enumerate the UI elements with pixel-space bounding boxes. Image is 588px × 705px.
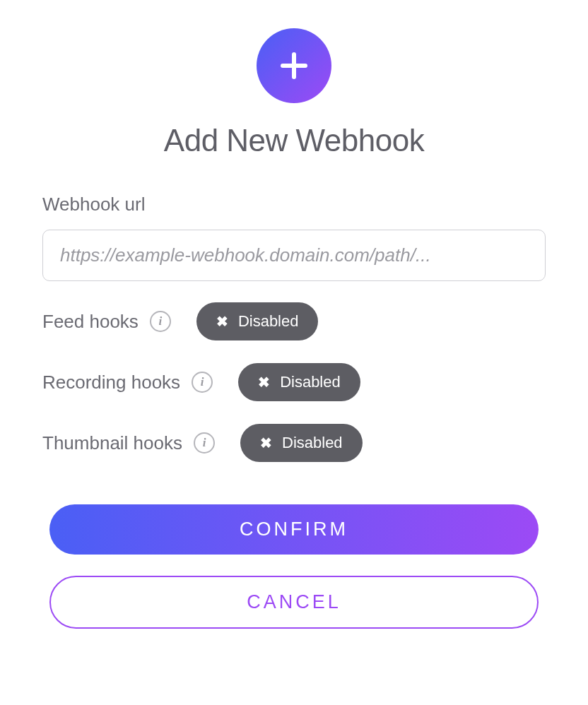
thumbnail-hooks-status: Disabled	[282, 434, 343, 452]
x-icon: ✖	[260, 436, 272, 450]
confirm-button[interactable]: CONFIRM	[49, 504, 539, 555]
thumbnail-hooks-toggle[interactable]: ✖ Disabled	[240, 424, 363, 462]
recording-hooks-label-group: Recording hooks i	[42, 372, 213, 393]
recording-hooks-toggle[interactable]: ✖ Disabled	[238, 363, 360, 401]
recording-hooks-row: Recording hooks i ✖ Disabled	[42, 363, 546, 401]
dialog-buttons: CONFIRM CANCEL	[42, 504, 546, 629]
info-icon[interactable]: i	[194, 432, 215, 454]
webhook-url-label: Webhook url	[42, 194, 546, 215]
recording-hooks-status: Disabled	[280, 373, 341, 391]
feed-hooks-label-group: Feed hooks i	[42, 311, 171, 333]
x-icon: ✖	[258, 375, 270, 389]
feed-hooks-status: Disabled	[238, 312, 299, 331]
add-icon-circle	[257, 28, 331, 103]
dialog-title: Add New Webhook	[164, 123, 424, 158]
thumbnail-hooks-label: Thumbnail hooks	[42, 432, 182, 454]
plus-icon	[277, 49, 311, 83]
info-icon[interactable]: i	[192, 372, 213, 393]
webhook-url-input[interactable]	[42, 230, 546, 281]
info-icon[interactable]: i	[150, 311, 171, 332]
feed-hooks-toggle[interactable]: ✖ Disabled	[196, 302, 319, 340]
thumbnail-hooks-row: Thumbnail hooks i ✖ Disabled	[42, 424, 546, 462]
thumbnail-hooks-label-group: Thumbnail hooks i	[42, 432, 215, 454]
webhook-url-section: Webhook url	[42, 194, 546, 281]
dialog-header: Add New Webhook	[42, 28, 546, 158]
feed-hooks-label: Feed hooks	[42, 311, 139, 333]
feed-hooks-row: Feed hooks i ✖ Disabled	[42, 302, 546, 340]
x-icon: ✖	[216, 314, 228, 328]
recording-hooks-label: Recording hooks	[42, 372, 180, 393]
cancel-button[interactable]: CANCEL	[49, 576, 539, 629]
